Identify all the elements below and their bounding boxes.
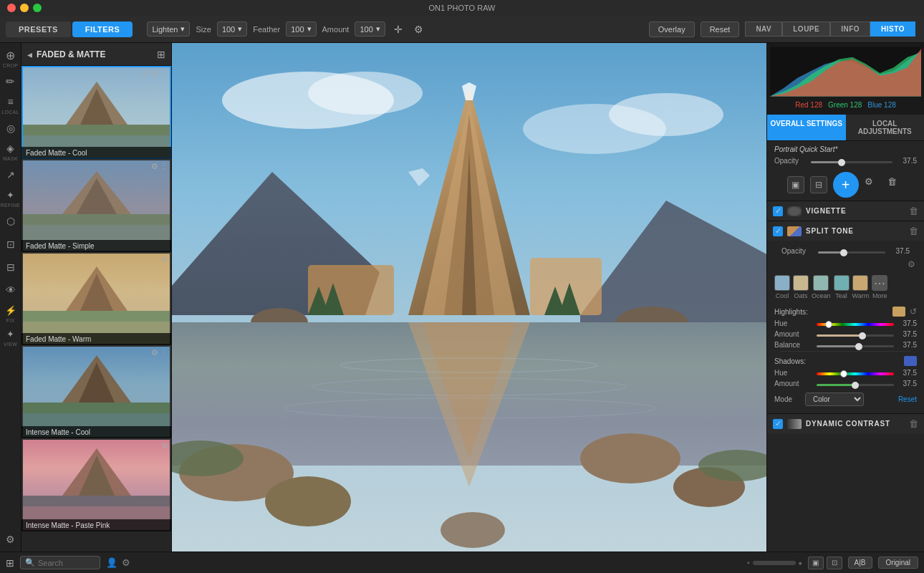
brush-tool[interactable]: ✏: [1, 72, 20, 91]
preset-item-intense-matte-cool[interactable]: ⚙ ⋮ Intense Matte - Cool: [21, 345, 171, 438]
tool-group-top: ⊕ CROP: [0, 46, 21, 68]
search-input[interactable]: [38, 559, 95, 567]
toolbar-right: Overlay Reset NAV LOUPE INFO HISTO: [640, 21, 924, 37]
filter-trash-btn[interactable]: 🗑: [887, 176, 905, 193]
nav-tab-info[interactable]: INFO: [830, 21, 870, 37]
amount-slider-2[interactable]: [817, 379, 894, 387]
local-tool[interactable]: ≡: [1, 92, 20, 111]
split-tone-opacity-slider[interactable]: [818, 246, 885, 255]
dual-view-btn[interactable]: ⊟: [810, 176, 827, 193]
preset-gear-icon-3[interactable]: ⚙: [161, 255, 168, 264]
size-indicator[interactable]: [753, 561, 796, 565]
filters-tab[interactable]: FILTERS: [72, 21, 133, 37]
right-panel: Red 128 Green 128 Blue 128 OVERALL SETTI…: [766, 43, 924, 552]
split-tone-header: ✓ SPLIT TONE 🗑: [767, 221, 924, 241]
transform-tool[interactable]: ⊡: [1, 235, 20, 254]
swatch-teal: Teal: [834, 275, 850, 299]
settings-icon[interactable]: ⚙: [411, 22, 426, 37]
split-tone-title: SPLIT TONE: [806, 227, 905, 235]
retouch-tool[interactable]: ↗: [1, 165, 20, 184]
local-adjustments-tab[interactable]: LOCAL ADJUSTMENTS: [846, 115, 925, 140]
back-arrow-icon[interactable]: ◂: [27, 49, 32, 60]
vignette-delete-icon[interactable]: 🗑: [909, 206, 918, 216]
hue-slider-1[interactable]: [817, 319, 894, 327]
nav-tab-loupe[interactable]: LOUPE: [782, 21, 830, 37]
preset-eye-icon[interactable]: ◎: [142, 69, 149, 78]
shadows-color-swatch[interactable]: [904, 356, 917, 366]
size-small-icon: ▪: [747, 559, 750, 567]
paint-tool[interactable]: ⬡: [1, 212, 20, 231]
balance-value: 37.5: [897, 341, 917, 349]
reset-button[interactable]: Reset: [701, 21, 740, 37]
reset-link[interactable]: Reset: [898, 395, 917, 403]
original-button[interactable]: Original: [878, 557, 918, 569]
nav-tabs: NAV LOUPE INFO HISTO: [745, 21, 915, 37]
preset-gear-icon-5[interactable]: ⚙: [161, 441, 168, 451]
single-view-icon[interactable]: ▣: [808, 557, 824, 569]
opacity-range[interactable]: [811, 161, 892, 163]
overall-settings-tab[interactable]: OVERALL SETTINGS: [767, 115, 846, 140]
close-button[interactable]: [7, 4, 16, 12]
person-icon[interactable]: 👤: [106, 557, 117, 568]
ab-button[interactable]: A|B: [848, 557, 872, 569]
preset-item-faded-matte-cool[interactable]: ◎ ⚙ ⋮ Faded Matte - Cool: [21, 66, 171, 159]
bottom-settings-icon[interactable]: ⚙: [122, 557, 130, 568]
eyedropper-icon[interactable]: ✛: [391, 22, 405, 37]
balance-slider[interactable]: [817, 340, 894, 349]
preset-gear-icon[interactable]: ⚙: [151, 69, 158, 78]
view-tool[interactable]: ✦: [1, 324, 20, 343]
preset-gear-icon-4[interactable]: ⚙: [151, 348, 158, 357]
compare-view-icon[interactable]: ⊡: [827, 557, 842, 569]
single-view-btn[interactable]: ▣: [787, 176, 804, 193]
preset-more-icon-2[interactable]: ⋮: [160, 162, 168, 171]
preset-item-faded-matte-warm[interactable]: ⚙ Faded Matte - Warm: [21, 252, 171, 345]
presets-tab[interactable]: PRESETS: [6, 21, 71, 37]
highlights-color-swatch[interactable]: [892, 307, 905, 317]
mask-tool[interactable]: ◈: [1, 139, 20, 158]
nav-tab-histo[interactable]: HISTO: [870, 21, 915, 37]
highlights-reset-icon[interactable]: ↺: [910, 307, 917, 317]
histogram-area: Red 128 Green 128 Blue 128: [767, 43, 924, 115]
amount-select[interactable]: 100 ▾: [355, 21, 385, 37]
split-tone-settings-icon[interactable]: ⚙: [908, 259, 915, 269]
preset-item-intense-matte-pink[interactable]: ⚙ Intense Matte - Paste Pink: [21, 438, 171, 531]
amount-slider-1[interactable]: [817, 329, 894, 338]
swatch-more: ⋯ More: [872, 275, 887, 299]
lighten-select[interactable]: Lighten ▾: [147, 21, 190, 37]
split-tone-checkbox[interactable]: ✓: [773, 226, 783, 236]
preset-gear-icon-2[interactable]: ⚙: [151, 162, 158, 171]
crop-tool[interactable]: ⊕: [1, 46, 20, 64]
hue-slider-2[interactable]: [817, 368, 894, 377]
preset-more-icon-4[interactable]: ⋮: [160, 348, 168, 357]
fix-tool[interactable]: ⚡: [1, 301, 20, 319]
layers-tool[interactable]: ⊟: [1, 258, 20, 276]
eye-tool[interactable]: 👁: [1, 281, 20, 299]
heal-tool[interactable]: ◎: [1, 119, 20, 138]
mode-select[interactable]: Color Luminosity Normal: [805, 393, 864, 406]
grid-view-icon[interactable]: ⊞: [157, 49, 165, 60]
nav-tab-nav[interactable]: NAV: [745, 21, 782, 37]
vignette-checkbox[interactable]: ✓: [773, 206, 783, 216]
add-filter-btn[interactable]: +: [833, 172, 859, 198]
preset-more-icon[interactable]: ⋮: [160, 69, 168, 78]
opacity-slider[interactable]: [811, 156, 892, 165]
swatch-cool: Cool: [774, 275, 790, 299]
preset-item-faded-matte-simple[interactable]: ⚙ ⋮ Faded Matte - Simple: [21, 159, 171, 252]
feather-select[interactable]: 100 ▾: [286, 21, 316, 37]
dynamic-contrast-delete-icon[interactable]: 🗑: [909, 418, 918, 429]
overlay-button[interactable]: Overlay: [649, 21, 695, 37]
histogram-values: Red 128 Green 128 Blue 128: [770, 99, 921, 111]
hue-value-1: 37.5: [897, 319, 917, 327]
size-select[interactable]: 100 ▾: [217, 21, 247, 37]
maximize-button[interactable]: [33, 4, 42, 12]
minimize-button[interactable]: [20, 4, 29, 12]
settings-bottom-tool[interactable]: ⚙: [1, 530, 20, 549]
hue-label-2: Hue: [774, 369, 814, 377]
filter-settings-btn[interactable]: ⚙: [865, 176, 882, 193]
dynamic-contrast-checkbox[interactable]: ✓: [773, 419, 783, 429]
tool-group-mask: ◈ MASK: [0, 139, 21, 161]
presets-header: ◂ FADED & MATTE ⊞: [21, 43, 171, 66]
refine-tool[interactable]: ✦: [1, 186, 20, 204]
grid-bottom-icon[interactable]: ⊞: [6, 557, 14, 569]
split-tone-delete-icon[interactable]: 🗑: [909, 226, 918, 236]
